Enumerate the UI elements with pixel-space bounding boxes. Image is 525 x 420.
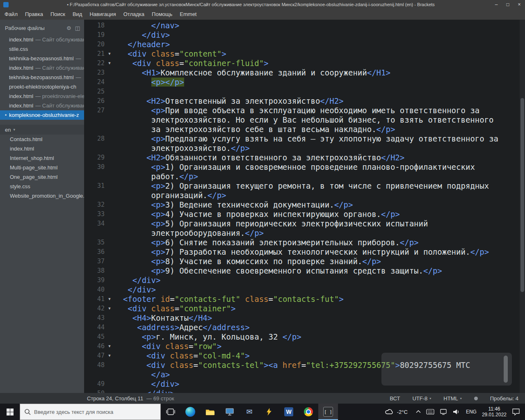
menu-item-4[interactable]: Вид (69, 9, 86, 20)
line-number[interactable]: 20 (84, 40, 105, 49)
fold-arrow-icon[interactable]: ▼ (105, 59, 114, 68)
mail-button[interactable]: ✉ (240, 404, 259, 420)
code-text[interactable]: работ.</p> (114, 172, 198, 181)
code-text[interactable]: </div> (114, 389, 175, 393)
close-button[interactable]: × (514, 0, 525, 9)
editor-row[interactable]: 41▼ <footer id="contacts-fut" class="con… (84, 294, 525, 304)
line-number[interactable]: 31 (84, 181, 105, 191)
code-text[interactable]: <p>г. Минск, ул. Кольцова, 32 </p> (114, 332, 301, 342)
file-explorer-button[interactable] (200, 404, 220, 420)
editor-row[interactable]: 19 </div> (84, 30, 525, 40)
line-number[interactable]: 28 (84, 134, 105, 144)
menu-item-5[interactable]: Навигация (86, 9, 119, 20)
editor-row[interactable]: 32 <p>3) Ведение технической документаци… (84, 200, 525, 210)
project-file-item[interactable]: Multi-page_site.html (0, 163, 84, 172)
working-file-item[interactable]: index.html— proektirovanie-elek (0, 91, 84, 101)
code-text[interactable]: электрооборудования.</p> (114, 228, 264, 238)
line-number[interactable]: 27 (84, 106, 105, 115)
line-number[interactable] (84, 115, 105, 125)
working-file-item[interactable]: proekt-ehlektrootopleniya-ch (0, 82, 84, 91)
editor-row[interactable]: 45 <p>г. Минск, ул. Кольцова, 32 </p> (84, 332, 525, 342)
code-text[interactable]: <p>При вводе объекта в эксплуатацию необ… (114, 106, 479, 115)
status-indicator-icon[interactable] (474, 397, 478, 400)
code-text[interactable]: <p></p> (114, 78, 184, 87)
code-text[interactable]: <div class="container-fluid"> (114, 59, 269, 68)
edge-button[interactable] (180, 404, 200, 420)
line-number[interactable]: 44 (84, 323, 105, 332)
code-text[interactable]: </a> (114, 370, 170, 379)
editor-row[interactable]: 44 <address>Адрес</address> (84, 323, 525, 332)
editor-row[interactable]: 23 <H1>Комплексное обслуживание зданий и… (84, 68, 525, 78)
editor-row[interactable]: за электрохозяйство себе в штат весьма н… (84, 125, 525, 134)
menu-item-1[interactable]: Файл (1, 9, 21, 20)
code-text[interactable]: <H4>Контакты</H4> (114, 313, 212, 323)
code-text[interactable]: <H2>Обязанности ответственного за электр… (114, 153, 404, 162)
language-indicator[interactable]: ENG (466, 409, 477, 415)
editor-row[interactable]: 35 <p>6) Снятие показаний электроизмерит… (84, 238, 525, 247)
editor-row[interactable]: 40 </div> (84, 285, 525, 294)
line-number[interactable]: 22 (84, 59, 105, 68)
editor-row[interactable]: 33 <p>4) Участие в проверках инспектирую… (84, 210, 525, 219)
editor-row[interactable]: 43 <H4>Контакты</H4> (84, 313, 525, 323)
minimize-button[interactable]: – (491, 0, 502, 9)
code-text[interactable]: </div> (114, 276, 160, 285)
editor-row[interactable]: 30 <p>1) Организация и своевременное про… (84, 162, 525, 172)
editor-row[interactable]: организаций.</p> (84, 191, 525, 200)
working-file-item[interactable]: tekhnika-bezopasnosti.html— (0, 54, 84, 63)
editor-row[interactable]: 28 <p>Предлагаю услугу взять на себя — э… (84, 134, 525, 144)
code-text[interactable]: электрохозяйство.</p> (114, 144, 250, 153)
menu-item-6[interactable]: Отладка (120, 9, 148, 20)
line-number[interactable] (84, 228, 105, 238)
line-number[interactable] (84, 172, 105, 181)
monitor-app-button[interactable] (220, 404, 240, 420)
project-file-item[interactable]: Website_promotion_in_Google.h (0, 191, 84, 201)
task-view-button[interactable] (161, 404, 180, 420)
code-text[interactable]: <p>9) Обеспечение своевременного испытан… (114, 266, 442, 276)
project-file-item[interactable]: Internet_shop.html (0, 153, 84, 163)
menu-item-8[interactable]: Emmet (176, 9, 200, 20)
editor-row[interactable]: 27 <p>При вводе объекта в эксплуатацию н… (84, 106, 525, 115)
editor-row[interactable]: 34 <p>5) Организация периодических элект… (84, 219, 525, 228)
working-file-item[interactable]: index.html— Сайт обслуживани (0, 63, 84, 73)
line-number[interactable]: 32 (84, 200, 105, 210)
split-view-icon[interactable]: ◫ (75, 25, 80, 31)
line-number[interactable]: 18 (84, 21, 105, 30)
editor[interactable]: 18 </nav>19 </div>20 </header>21▼ <div c… (84, 20, 525, 393)
editor-row[interactable]: 26 <H2>Ответственный за электрохозяйство… (84, 96, 525, 106)
line-number[interactable]: 33 (84, 210, 105, 219)
fold-arrow-icon[interactable]: ▼ (105, 294, 114, 304)
line-number[interactable]: 37 (84, 257, 105, 266)
editor-row[interactable]: электрохозяйство. Но если у Вас небольшо… (84, 115, 525, 125)
project-file-item[interactable]: index.html (0, 144, 84, 153)
editor-row[interactable]: 46▼ <div class="row"> (84, 342, 525, 351)
weather-widget[interactable]: -2°C (381, 404, 411, 420)
editor-row[interactable]: 38 <p>9) Обеспечение своевременного испы… (84, 266, 525, 276)
code-text[interactable]: <p>8) Участие в комиссиях по проверке зн… (114, 257, 381, 266)
line-number[interactable]: 40 (84, 285, 105, 294)
working-file-item[interactable]: •kompleksnoe-obsluzhivanie-z (0, 110, 84, 120)
editor-row[interactable]: 37 <p>8) Участие в комиссиях по проверке… (84, 257, 525, 266)
code-text[interactable]: <p>Предлагаю услугу взять на себя — эту … (114, 134, 498, 144)
chrome-button[interactable] (299, 404, 318, 420)
editor-row[interactable]: работ.</p> (84, 172, 525, 181)
bolt-app-button[interactable] (259, 404, 279, 420)
code-text[interactable]: <div class="container"> (114, 304, 235, 313)
network-icon[interactable] (440, 409, 447, 415)
line-number[interactable]: 46 (84, 342, 105, 351)
line-number[interactable]: 25 (84, 87, 105, 96)
code-text[interactable]: <div class="col-md-4"> (114, 351, 250, 361)
line-number[interactable]: 47 (84, 351, 105, 361)
editor-row[interactable]: 29 <H2>Обязанности ответственного за эле… (84, 153, 525, 162)
working-file-item[interactable]: stile.css (0, 44, 84, 54)
code-text[interactable]: за электрохозяйство себе в штат весьма н… (114, 125, 395, 134)
line-number[interactable]: 23 (84, 68, 105, 78)
project-file-item[interactable]: One_page_site.html (0, 172, 84, 182)
line-number[interactable]: 39 (84, 276, 105, 285)
volume-icon[interactable] (452, 409, 461, 415)
indent-spaces-setting[interactable]: Пробелы: 4 (490, 395, 518, 402)
code-text[interactable]: электрохозяйство. Но если у Вас небольшо… (114, 115, 494, 125)
code-text[interactable]: <p>4) Участие в проверках инспектирующих… (114, 210, 400, 219)
code-text[interactable]: <p>2) Организация текущего ремонта, в то… (114, 181, 489, 191)
project-file-item[interactable]: style.css (0, 182, 84, 191)
editor-scrollbar[interactable] (520, 20, 525, 393)
